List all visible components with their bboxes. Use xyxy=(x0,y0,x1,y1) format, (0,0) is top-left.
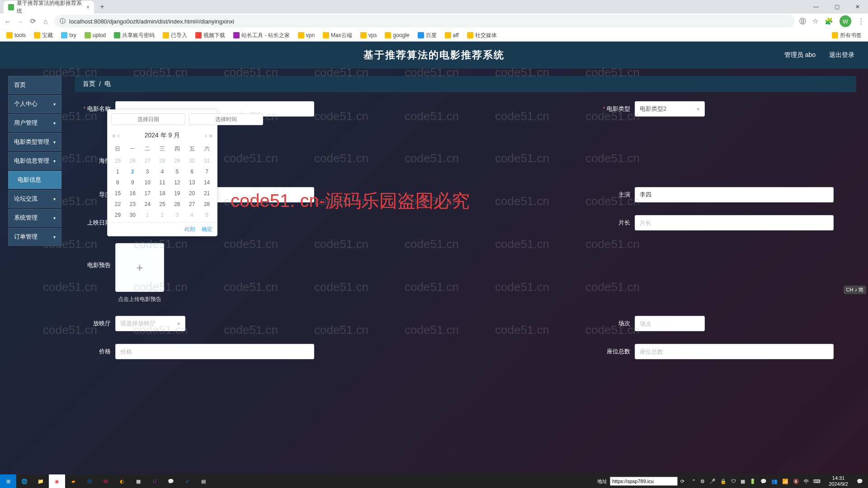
bookmark-item[interactable]: 视频下载 xyxy=(193,31,228,40)
dp-day-other[interactable]: 5 xyxy=(199,210,214,221)
tray-icon[interactable]: 🔒 xyxy=(720,479,726,484)
dp-time-input[interactable] xyxy=(189,113,263,125)
dp-day[interactable]: 4 xyxy=(155,166,170,177)
dp-day[interactable]: 21 xyxy=(199,188,214,199)
dp-day[interactable]: 3 xyxy=(140,166,155,177)
new-tab-button[interactable]: + xyxy=(97,1,108,12)
dp-day-other[interactable]: 4 xyxy=(184,210,199,221)
dp-day-other[interactable]: 27 xyxy=(140,155,155,166)
dp-day[interactable]: 13 xyxy=(184,177,199,188)
sidebar-item-orders[interactable]: 订单管理▾ xyxy=(8,228,61,246)
duration-input[interactable] xyxy=(635,215,834,230)
tray-icon[interactable]: ⌨ xyxy=(813,479,821,484)
home-icon[interactable]: ⌂ xyxy=(42,18,50,25)
dp-day[interactable]: 8 xyxy=(110,177,125,188)
taskbar-clock[interactable]: 14:31 2024/9/2 xyxy=(825,475,852,487)
bookmark-item[interactable]: 已导入 xyxy=(160,31,190,40)
tray-icon[interactable]: 📶 xyxy=(782,479,788,484)
price-input[interactable] xyxy=(115,344,314,359)
taskbar-app-icon[interactable]: ◉ xyxy=(49,474,65,488)
bookmark-item[interactable]: google xyxy=(382,31,412,39)
bookmark-item[interactable]: uplod xyxy=(82,31,108,39)
breadcrumb-home[interactable]: 首页 xyxy=(83,80,95,88)
dp-day[interactable]: 29 xyxy=(110,210,125,221)
all-bookmarks[interactable]: 所有书签 xyxy=(829,31,864,40)
tray-icon[interactable]: 👥 xyxy=(771,479,778,484)
bookmark-item[interactable]: 宝藏 xyxy=(31,31,56,40)
bookmark-item[interactable]: vps xyxy=(358,31,380,39)
trailer-upload[interactable]: + xyxy=(115,243,164,292)
dp-day-other[interactable]: 29 xyxy=(170,155,184,166)
dp-day[interactable]: 30 xyxy=(125,210,140,221)
menu-icon[interactable]: ⋮ xyxy=(858,17,864,25)
bookmark-item[interactable]: Max云端 xyxy=(320,31,355,40)
sidebar-item-system[interactable]: 系统管理▾ xyxy=(8,209,61,227)
start-button[interactable]: ⊞ xyxy=(0,474,16,488)
sidebar-item-forum[interactable]: 论坛交流▾ xyxy=(8,190,61,208)
tb-go-icon[interactable]: ⟳ xyxy=(680,479,684,484)
dp-day[interactable]: 10 xyxy=(140,177,155,188)
dp-day[interactable]: 2 xyxy=(125,166,140,177)
tray-icon[interactable]: ⌃ xyxy=(692,479,696,484)
reload-icon[interactable]: ⟳ xyxy=(29,17,37,25)
dp-day[interactable]: 27 xyxy=(184,199,199,210)
taskbar-app-icon[interactable]: ✓ xyxy=(179,474,195,488)
session-input[interactable] xyxy=(635,316,705,331)
browser-tab[interactable]: 基于推荐算法的电影推荐系统 × xyxy=(4,1,94,14)
bookmark-item[interactable]: tools xyxy=(4,31,28,39)
dp-day-other[interactable]: 30 xyxy=(184,155,199,166)
taskbar-app-icon[interactable]: 🌐 xyxy=(16,474,33,488)
dp-day-other[interactable]: 28 xyxy=(155,155,170,166)
dp-day[interactable]: 9 xyxy=(125,177,140,188)
bookmark-item[interactable]: 百度 xyxy=(415,31,439,40)
dp-next[interactable]: ›» xyxy=(205,132,212,139)
bookmark-item[interactable]: txy xyxy=(58,31,79,39)
dp-prev[interactable]: «‹ xyxy=(112,132,119,139)
back-icon[interactable]: ← xyxy=(4,18,12,25)
dp-ok-button[interactable]: 确定 xyxy=(202,225,212,233)
taskbar-app-icon[interactable]: ▰ xyxy=(65,474,81,488)
dp-day[interactable]: 17 xyxy=(140,188,155,199)
minimize-button[interactable]: — xyxy=(806,0,826,14)
dp-day-other[interactable]: 2 xyxy=(155,210,170,221)
sidebar-item-profile[interactable]: 个人中心▾ xyxy=(8,95,61,113)
taskbar-app-icon[interactable]: ⓔ xyxy=(81,474,98,488)
dp-day-other[interactable]: 25 xyxy=(110,155,125,166)
dp-day[interactable]: 18 xyxy=(155,188,170,199)
dp-day[interactable]: 25 xyxy=(155,199,170,210)
dp-day-other[interactable]: 26 xyxy=(125,155,140,166)
seats-input[interactable] xyxy=(635,344,834,359)
admin-label[interactable]: 管理员 abo xyxy=(784,51,816,59)
dp-now-button[interactable]: 此刻 xyxy=(184,225,195,233)
dp-day[interactable]: 11 xyxy=(155,177,170,188)
sidebar-item-movie-info[interactable]: 电影信息 xyxy=(8,171,61,189)
taskbar-app-icon[interactable]: W xyxy=(98,474,114,488)
dp-day[interactable]: 15 xyxy=(110,188,125,199)
dp-day[interactable]: 16 xyxy=(125,188,140,199)
dp-day[interactable]: 20 xyxy=(184,188,199,199)
tray-icon[interactable]: ▦ xyxy=(741,479,745,484)
dp-day[interactable]: 7 xyxy=(199,166,214,177)
forward-icon[interactable]: → xyxy=(16,18,24,25)
sidebar-item-movie-type[interactable]: 电影类型管理▾ xyxy=(8,133,61,151)
dp-day-other[interactable]: 3 xyxy=(170,210,184,221)
close-window-button[interactable]: ✕ xyxy=(847,0,868,14)
dp-day[interactable]: 22 xyxy=(110,199,125,210)
starring-input[interactable] xyxy=(635,187,834,202)
dp-day[interactable]: 19 xyxy=(170,188,184,199)
dp-day[interactable]: 6 xyxy=(184,166,199,177)
dp-day[interactable]: 12 xyxy=(170,177,184,188)
profile-avatar[interactable]: W xyxy=(840,15,851,27)
dp-day[interactable]: 24 xyxy=(140,199,155,210)
sidebar-item-users[interactable]: 用户管理▾ xyxy=(8,114,61,132)
dp-date-input[interactable] xyxy=(111,113,185,125)
dp-day[interactable]: 1 xyxy=(110,166,125,177)
maximize-button[interactable]: ▢ xyxy=(826,0,847,14)
bookmark-item[interactable]: 共享账号密码 xyxy=(111,31,157,40)
tray-icon[interactable]: 🔋 xyxy=(750,479,756,484)
taskbar-app-icon[interactable]: ◐ xyxy=(114,474,130,488)
dp-day-other[interactable]: 31 xyxy=(199,155,214,166)
tray-icon[interactable]: ⚙ xyxy=(700,479,705,484)
dp-day[interactable]: 14 xyxy=(199,177,214,188)
star-icon[interactable]: ☆ xyxy=(812,17,818,25)
